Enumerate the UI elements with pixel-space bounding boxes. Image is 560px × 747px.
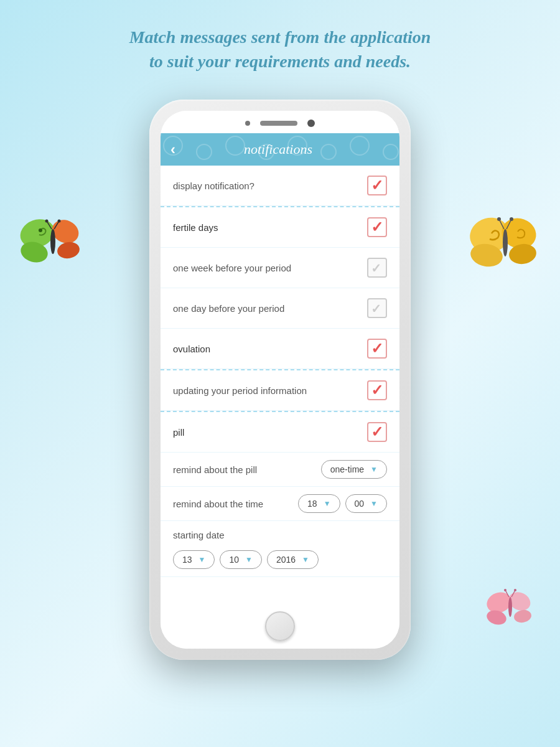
starting-date-label-row: starting date <box>161 521 399 543</box>
setting-row-pill[interactable]: pill <box>161 411 399 453</box>
setting-label-fertile-days: fertile days <box>173 222 218 233</box>
page-header: Match messages sent from the application… <box>62 25 498 73</box>
setting-label-pill-reminder: remind about the pill <box>173 464 257 475</box>
setting-row-pill-reminder[interactable]: remind about the pill one-time ▼ <box>161 453 399 487</box>
butterfly-pink-icon <box>485 585 535 629</box>
phone-screen: ‹ notifications display notification? fe… <box>161 111 399 649</box>
navbar-title: notifications <box>182 141 375 157</box>
header-line2: to suit your requirements and needs. <box>62 49 498 73</box>
svg-point-27 <box>514 589 516 591</box>
butterfly-green-icon <box>19 212 87 274</box>
svg-point-9 <box>58 220 61 223</box>
phone-bottom <box>161 604 399 649</box>
day-arrow: ▼ <box>198 555 206 564</box>
month-value: 10 <box>229 555 239 565</box>
minute-arrow: ▼ <box>370 499 378 508</box>
checkbox-one-day[interactable] <box>367 298 387 318</box>
svg-point-4 <box>39 228 42 232</box>
setting-label-ovulation: ovulation <box>173 344 210 354</box>
month-arrow: ▼ <box>245 555 253 564</box>
day-value: 13 <box>182 555 192 565</box>
setting-label-one-week: one week before your period <box>173 263 291 273</box>
svg-point-18 <box>510 217 513 221</box>
setting-label-time-reminder: remind about the time <box>173 499 263 509</box>
checkbox-pill[interactable] <box>367 422 387 442</box>
setting-row-ovulation[interactable]: ovulation <box>161 329 399 369</box>
setting-label-pill: pill <box>173 427 184 438</box>
date-selectors: 13 ▼ 10 ▼ 2016 ▼ <box>173 550 319 569</box>
svg-point-20 <box>485 608 508 627</box>
app-screen: ‹ notifications display notification? fe… <box>161 133 399 604</box>
checkbox-one-week[interactable] <box>367 258 387 278</box>
month-dropdown[interactable]: 10 ▼ <box>220 550 261 569</box>
phone-camera <box>307 120 315 127</box>
hour-value: 18 <box>307 499 317 509</box>
header-line1: Match messages sent from the application <box>62 25 498 49</box>
phone-frame: ‹ notifications display notification? fe… <box>149 100 411 660</box>
setting-row-one-day[interactable]: one day before your period <box>161 288 399 329</box>
hour-dropdown[interactable]: 18 ▼ <box>298 494 340 513</box>
svg-point-26 <box>504 589 506 591</box>
checkbox-fertile-days[interactable] <box>367 217 387 237</box>
setting-label-updating-period: updating your period information <box>173 385 307 396</box>
setting-row-display-notification[interactable]: display notification? <box>161 166 399 206</box>
app-navbar: ‹ notifications <box>161 133 399 166</box>
starting-date-row[interactable]: 13 ▼ 10 ▼ 2016 ▼ <box>161 543 399 577</box>
butterfly-yellow-icon <box>468 212 543 274</box>
year-dropdown[interactable]: 2016 ▼ <box>267 550 319 569</box>
setting-label-display-notification: display notification? <box>173 181 254 191</box>
setting-row-updating-period[interactable]: updating your period information <box>161 369 399 411</box>
settings-list: display notification? fertile days one w… <box>161 166 399 604</box>
svg-point-17 <box>497 217 501 221</box>
svg-point-14 <box>503 229 508 256</box>
svg-point-22 <box>513 609 532 624</box>
phone-speaker <box>260 121 297 126</box>
setting-label-one-day: one day before your period <box>173 303 284 314</box>
time-selectors: 18 ▼ 00 ▼ <box>298 494 387 513</box>
setting-row-fertile-days[interactable]: fertile days <box>161 206 399 248</box>
svg-point-3 <box>56 240 81 260</box>
year-arrow: ▼ <box>302 555 309 564</box>
checkbox-ovulation[interactable] <box>367 339 387 359</box>
setting-row-one-week[interactable]: one week before your period <box>161 248 399 288</box>
pill-reminder-arrow: ▼ <box>370 465 378 474</box>
svg-point-8 <box>45 220 49 223</box>
starting-date-label: starting date <box>173 530 225 540</box>
phone-top-bar <box>161 111 399 133</box>
checkbox-updating-period[interactable] <box>367 380 387 400</box>
setting-row-time-reminder[interactable]: remind about the time 18 ▼ 00 ▼ <box>161 487 399 521</box>
checkbox-display-notification[interactable] <box>367 176 387 195</box>
phone-camera-small <box>245 121 250 126</box>
year-value: 2016 <box>276 555 296 565</box>
minute-value: 00 <box>355 499 365 509</box>
day-dropdown[interactable]: 13 ▼ <box>173 550 215 569</box>
pill-reminder-dropdown[interactable]: one-time ▼ <box>321 460 387 479</box>
minute-dropdown[interactable]: 00 ▼ <box>345 494 387 513</box>
back-button[interactable]: ‹ <box>170 141 175 158</box>
pill-reminder-value: one-time <box>330 464 364 474</box>
svg-point-23 <box>508 597 512 617</box>
home-button[interactable] <box>265 611 295 641</box>
hour-arrow: ▼ <box>324 499 331 508</box>
svg-point-5 <box>50 229 55 254</box>
